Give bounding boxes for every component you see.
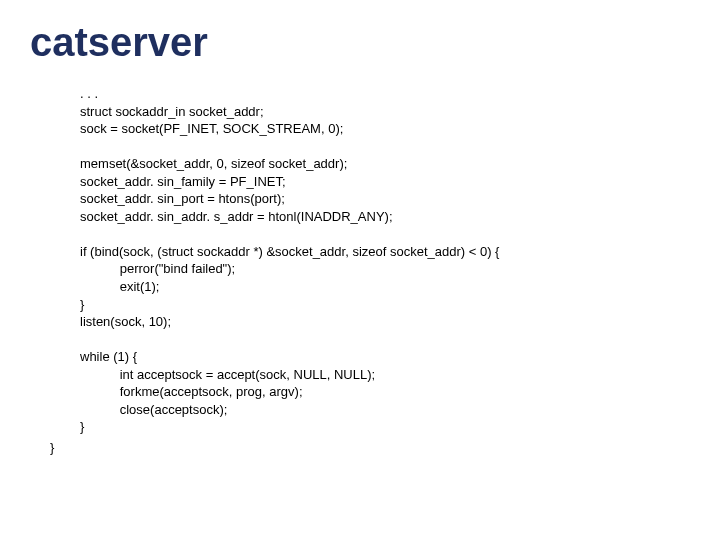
- closing-brace: }: [30, 440, 690, 455]
- slide-title: catserver: [30, 20, 690, 65]
- slide: catserver . . . struct sockaddr_in socke…: [0, 0, 720, 540]
- code-block: . . . struct sockaddr_in socket_addr; so…: [30, 85, 690, 436]
